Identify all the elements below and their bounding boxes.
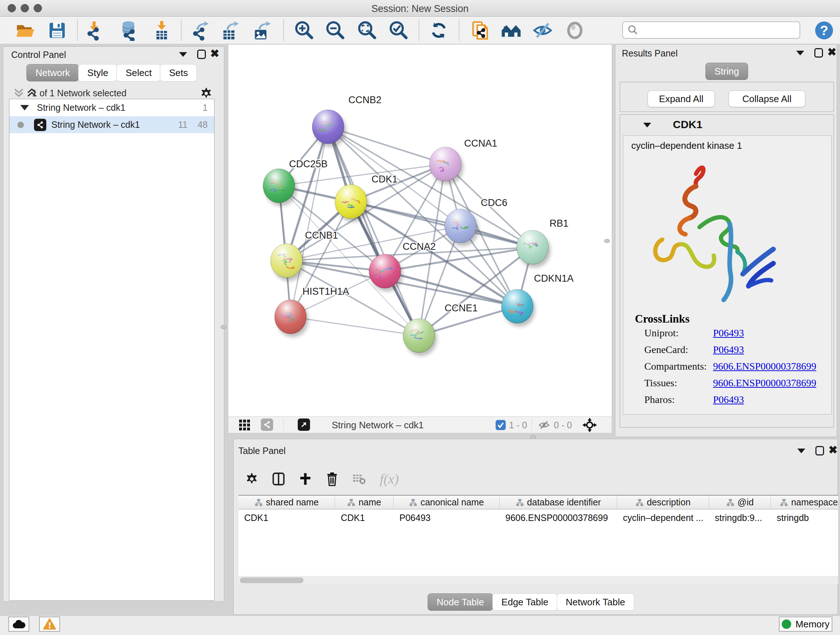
scrollbar-thumb[interactable]	[240, 578, 303, 583]
protein-expander-icon[interactable]	[643, 123, 651, 127]
cloud-button[interactable]	[8, 616, 29, 632]
node-RB1[interactable]: RB1	[516, 218, 569, 268]
edge-CCNB2-CCNE1[interactable]	[328, 127, 419, 336]
function-builder-button[interactable]: f(x)	[375, 468, 404, 490]
export-network-button[interactable]	[188, 19, 211, 42]
show-columns-button[interactable]	[268, 468, 289, 490]
import-network-from-file-button[interactable]	[82, 19, 106, 42]
export-table-button[interactable]	[218, 19, 241, 42]
gear-icon	[244, 471, 260, 487]
panel-close-icon[interactable]: ✖	[210, 49, 219, 58]
crosslink-link[interactable]: P06493	[713, 344, 744, 356]
tab-network[interactable]: Network	[27, 64, 79, 81]
node-label-CCNB2: CCNB2	[348, 95, 382, 105]
column-header-description[interactable]: description	[617, 496, 709, 509]
control-panel-title: Control Panel	[11, 50, 66, 60]
string-view-icon[interactable]	[261, 418, 273, 431]
help-button[interactable]: ?	[813, 19, 836, 42]
column-header--id[interactable]: @id	[709, 496, 771, 509]
help-icon: ?	[813, 20, 835, 41]
zoom-out-button[interactable]	[324, 19, 347, 42]
tab-style[interactable]: Style	[78, 64, 117, 81]
string-home-button[interactable]	[500, 19, 523, 42]
left-splitter-handle[interactable]	[221, 325, 226, 329]
delete-table-button[interactable]	[348, 468, 370, 490]
create-column-button[interactable]	[294, 468, 316, 490]
hide-graphics-details-button[interactable]	[563, 19, 586, 42]
search-input[interactable]	[638, 25, 799, 35]
zoom-in-button[interactable]	[292, 19, 316, 42]
show-graphics-details-button[interactable]	[531, 19, 554, 42]
node-label-CCNA2: CCNA2	[403, 241, 436, 252]
tab-string[interactable]: String	[706, 63, 748, 80]
save-session-button[interactable]	[46, 19, 69, 42]
import-table-from-file-button[interactable]	[150, 19, 173, 42]
tab-network-table[interactable]: Network Table	[557, 593, 634, 611]
panel-menu-icon[interactable]	[797, 448, 805, 453]
tab-edge-table[interactable]: Edge Table	[493, 593, 557, 611]
column-header-namespace[interactable]: namespace	[771, 496, 838, 509]
column-header-shared-name[interactable]: shared name	[238, 496, 335, 509]
collapse-all-button[interactable]: Collapse All	[729, 90, 805, 107]
tab-select[interactable]: Select	[117, 64, 161, 81]
tab-node-table[interactable]: Node Table	[428, 593, 493, 611]
table-row[interactable]: CDK1CDK1P064939606.ENSP00000378699cyclin…	[238, 509, 838, 526]
warnings-button[interactable]	[39, 616, 60, 632]
panel-float-icon[interactable]	[197, 50, 206, 59]
panel-close-icon[interactable]: ✖	[827, 48, 836, 57]
network-node-count: 11	[178, 119, 187, 130]
table-settings-button[interactable]	[241, 468, 263, 490]
grid-view-icon[interactable]	[238, 419, 251, 431]
expand-all-button[interactable]: Expand All	[647, 90, 715, 107]
protein-details: cyclin–dependent kinase 1	[623, 135, 832, 415]
column-header-database-identifier[interactable]: database identifier	[500, 496, 617, 509]
crosslink-label: Tissues:	[644, 377, 713, 389]
panel-float-icon[interactable]	[814, 48, 823, 57]
table-panel: Table Panel ✖ f(x) shared namenamecanoni…	[233, 439, 838, 615]
update-button[interactable]	[427, 19, 450, 42]
node-CCNB2[interactable]: CCNB2	[312, 95, 382, 147]
edge-CCNE1-HIST1H1A[interactable]	[291, 317, 419, 336]
node-CCNB1[interactable]: CCNB1	[271, 230, 338, 281]
memory-button[interactable]: Memory	[779, 616, 832, 632]
node-CCNA1[interactable]: CCNA1	[429, 138, 497, 184]
column-header-canonical-name[interactable]: canonical name	[393, 496, 500, 509]
table-horizontal-scrollbar[interactable]	[238, 577, 838, 584]
crosslink-link[interactable]: P06493	[713, 327, 744, 339]
zoom-selected-button[interactable]	[387, 19, 410, 42]
table-body: CDK1CDK1P064939606.ENSP00000378699cyclin…	[238, 509, 838, 526]
import-network-from-database-button[interactable]	[117, 19, 140, 42]
panel-close-icon[interactable]: ✖	[829, 445, 837, 455]
column-header-name[interactable]: name	[335, 496, 393, 509]
zoom-in-icon	[294, 20, 314, 41]
node-CDKN1A[interactable]: CDKN1A	[501, 273, 574, 326]
open-session-button[interactable]	[14, 19, 37, 42]
node-HIST1H1A[interactable]: HIST1H1A	[275, 286, 349, 337]
collection-expander-icon[interactable]	[20, 105, 29, 111]
edge-CCNA2-CDKN1A[interactable]	[385, 271, 517, 306]
export-table-icon	[219, 20, 240, 41]
crosslink-link[interactable]: 9606.ENSP00000378699	[713, 377, 816, 389]
delete-column-button[interactable]	[321, 468, 343, 490]
network-collection-row[interactable]: String Network – cdk1 1	[9, 99, 214, 116]
right-splitter-handle[interactable]	[604, 239, 610, 243]
zoom-fit-content-button[interactable]	[355, 19, 378, 42]
export-image-button[interactable]	[249, 19, 273, 42]
crosslink-row: Pharos:P06493	[644, 391, 825, 408]
tab-sets[interactable]: Sets	[160, 64, 197, 81]
birdseye-navigator-icon[interactable]	[582, 417, 597, 432]
application-window: Session: New Session	[0, 0, 840, 635]
node-label-CCNA1: CCNA1	[464, 138, 497, 149]
crosslink-link[interactable]: P06493	[713, 394, 744, 405]
panel-menu-icon[interactable]	[796, 51, 804, 55]
columns-icon	[271, 471, 286, 486]
panel-float-icon[interactable]	[815, 446, 824, 455]
network-canvas[interactable]: CDK1CCNB1CCNB2CCNA1CCNA2CCNE1CDC25BCDC6R…	[228, 44, 612, 416]
network-row[interactable]: String Network – cdk1 11 48	[9, 116, 214, 133]
clone-network-button[interactable]	[469, 19, 492, 42]
window-title: Session: New Session	[0, 3, 840, 14]
control-panel: Control Panel ✖ NetworkStyleSelectSets 1…	[3, 46, 224, 602]
panel-menu-icon[interactable]	[179, 52, 187, 57]
detach-view-icon[interactable]	[298, 418, 310, 431]
crosslink-link[interactable]: 9606.ENSP00000378699	[713, 361, 816, 372]
